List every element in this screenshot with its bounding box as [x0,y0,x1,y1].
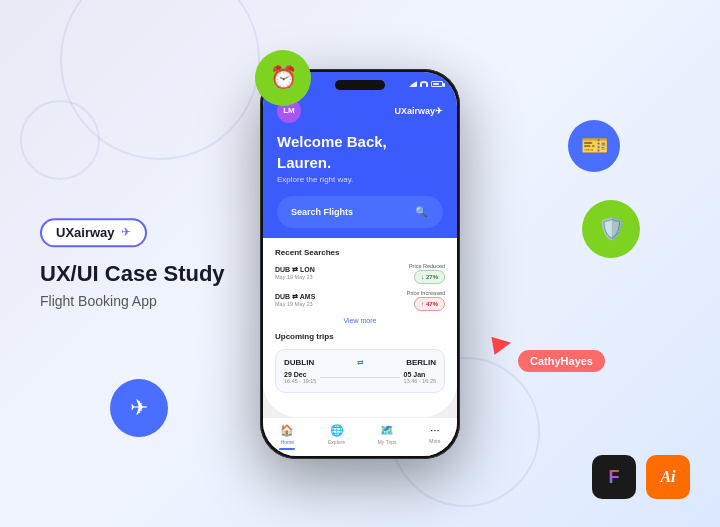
flight-info-1: DUB ⇄ LON May 19 May 23 [275,266,315,280]
more-nav-icon: ··· [430,424,439,436]
trip-departure-time: 16:45 - 19:15 [284,378,316,384]
trip-cities: DUBLIN ⇄ BERLIN [284,358,436,367]
price-badge-1: ↓ 27% [414,270,445,284]
case-study-subtitle: Flight Booking App [40,293,225,309]
price-label-1: Price Reduced [409,263,445,269]
float-ticket-badge: 🎫 [568,120,620,172]
shield-icon: 🛡️ [598,216,625,242]
welcome-tagline: Explore the right way. [277,175,443,184]
trip-arrival-date: 05 Jan [404,371,436,378]
app-logo: UXairway✈ [394,106,443,116]
search-icon: 🔍 [413,204,429,220]
price-change-2: ↑ 47% [421,301,438,307]
arrow-pointer: ▶ [490,328,513,359]
explore-nav-icon: 🌐 [330,424,344,437]
trips-nav-label: My Trips [378,439,397,445]
trip-direction-icon: ⇄ [357,358,364,367]
trip-card: DUBLIN ⇄ BERLIN 29 Dec 16:45 - 19:15 05 … [275,349,445,393]
trip-duration-line [320,377,399,378]
battery-icon [431,81,443,87]
welcome-text-line1: Welcome Back, [277,133,443,151]
dynamic-island [335,80,385,90]
more-nav-label: More [429,438,440,444]
view-more-link[interactable]: View more [275,317,445,324]
nav-active-indicator [279,448,295,450]
trip-departure-info: 29 Dec 16:45 - 19:15 [284,371,316,384]
flight-route-2: DUB ⇄ AMS [275,293,315,301]
trip-departure-date: 29 Dec [284,371,316,378]
phone-screen: 9:41 LM UXairway✈ Welcome Back, L [263,72,457,456]
brand-name: UXairway [56,225,115,240]
ticket-icon: 🎫 [581,133,608,159]
illustrator-icon: Ai [660,468,675,486]
flight-row-1: DUB ⇄ LON May 19 May 23 Price Reduced ↓ … [275,263,445,284]
float-shield-badge: 🛡️ [582,200,640,258]
phone-mockup: 9:41 LM UXairway✈ Welcome Back, L [260,69,460,459]
phone-frame: 9:41 LM UXairway✈ Welcome Back, L [260,69,460,459]
nav-item-more[interactable]: ··· More [429,424,440,450]
recent-searches-title: Recent Searches [275,248,445,257]
case-study-title: UX/UI Case Study [40,261,225,287]
bottom-nav: 🏠 Home 🌐 Explore 🗺️ My Trips ··· More [263,417,457,456]
explore-nav-label: Explore [328,439,345,445]
flight-info-2: DUB ⇄ AMS May 19 May 23 [275,293,315,307]
home-nav-label: Home [281,439,294,445]
cathy-badge: CathyHayes [518,350,605,372]
phone-app-header: LM UXairway✈ [277,95,443,133]
trip-to-city: BERLIN [406,358,436,367]
phone-card-content: Recent Searches DUB ⇄ LON May 19 May 23 … [263,238,457,417]
trip-from-city: DUBLIN [284,358,314,367]
trip-arrival-info: 05 Jan 13:46 - 16:25 [404,371,436,384]
plane-icon: ✈ [130,395,148,421]
flight-date-1: May 19 May 23 [275,274,315,280]
float-clock-badge: ⏰ [255,50,311,106]
brand-badge: UXairway ✈ [40,218,147,247]
home-nav-icon: 🏠 [280,424,294,437]
nav-item-explore[interactable]: 🌐 Explore [328,424,345,450]
trip-arrival-time: 13:46 - 16:25 [404,378,436,384]
price-badge-2: ↑ 47% [414,297,445,311]
nav-item-home[interactable]: 🏠 Home [279,424,295,450]
trips-nav-icon: 🗺️ [380,424,394,437]
search-bar-label: Search Flights [291,207,353,217]
welcome-text-line2: Lauren. [277,154,443,172]
bg-decoration-circle-3 [20,100,100,180]
upcoming-trips-title: Upcoming trips [275,332,445,341]
price-change-1: ↓ 27% [421,274,438,280]
brand-plane-icon: ✈ [121,225,131,239]
signal-icon [409,81,417,87]
nav-item-trips[interactable]: 🗺️ My Trips [378,424,397,450]
clock-icon: ⏰ [270,65,297,91]
trip-dates-row: 29 Dec 16:45 - 19:15 05 Jan 13:46 - 16:2… [284,371,436,384]
wifi-icon [420,81,428,87]
figma-icon: F [609,467,620,488]
flight-date-2: May 19 May 23 [275,301,315,307]
status-icons [409,81,443,87]
illustrator-icon-box: Ai [646,455,690,499]
tool-icons-row: F Ai [592,455,690,499]
left-panel: UXairway ✈ UX/UI Case Study Flight Booki… [40,218,225,309]
float-plane-badge: ✈ [110,379,168,437]
flight-row-2: DUB ⇄ AMS May 19 May 23 Price Increased … [275,290,445,311]
figma-icon-box: F [592,455,636,499]
search-bar[interactable]: Search Flights 🔍 [277,196,443,228]
flight-route-1: DUB ⇄ LON [275,266,315,274]
price-label-2: Price Increased [407,290,445,296]
